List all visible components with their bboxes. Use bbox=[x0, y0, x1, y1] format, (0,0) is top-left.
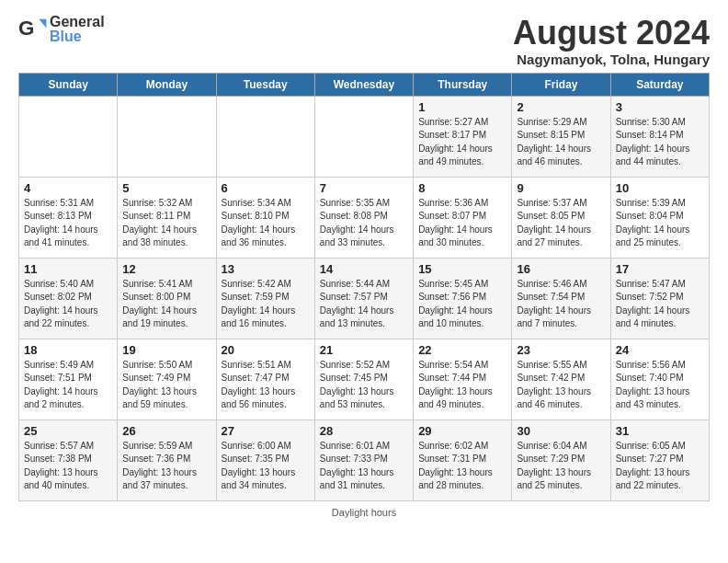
day-number: 25 bbox=[24, 424, 112, 438]
calendar-cell: 8Sunrise: 5:36 AM Sunset: 8:07 PM Daylig… bbox=[414, 177, 512, 258]
day-number: 18 bbox=[24, 343, 112, 357]
title-area: August 2024 Nagymanyok, Tolna, Hungary bbox=[513, 15, 710, 67]
day-info: Sunrise: 5:55 AM Sunset: 7:42 PM Dayligh… bbox=[517, 359, 605, 412]
calendar-cell: 31Sunrise: 6:05 AM Sunset: 7:27 PM Dayli… bbox=[610, 419, 709, 500]
page-header: G General Blue August 2024 Nagymanyok, T… bbox=[18, 15, 710, 67]
day-info: Sunrise: 6:01 AM Sunset: 7:33 PM Dayligh… bbox=[320, 440, 408, 493]
calendar-cell: 13Sunrise: 5:42 AM Sunset: 7:59 PM Dayli… bbox=[216, 258, 314, 339]
calendar-cell: 20Sunrise: 5:51 AM Sunset: 7:47 PM Dayli… bbox=[216, 339, 314, 419]
calendar-cell: 6Sunrise: 5:34 AM Sunset: 8:10 PM Daylig… bbox=[216, 177, 314, 258]
calendar-cell: 3Sunrise: 5:30 AM Sunset: 8:14 PM Daylig… bbox=[610, 96, 709, 177]
day-info: Sunrise: 5:54 AM Sunset: 7:44 PM Dayligh… bbox=[418, 359, 506, 412]
day-info: Sunrise: 6:02 AM Sunset: 7:31 PM Dayligh… bbox=[418, 440, 506, 493]
calendar-table: SundayMondayTuesdayWednesdayThursdayFrid… bbox=[18, 73, 710, 501]
calendar-cell: 19Sunrise: 5:50 AM Sunset: 7:49 PM Dayli… bbox=[118, 339, 216, 419]
calendar-cell: 7Sunrise: 5:35 AM Sunset: 8:08 PM Daylig… bbox=[314, 177, 413, 258]
day-info: Sunrise: 5:35 AM Sunset: 8:08 PM Dayligh… bbox=[320, 197, 408, 250]
calendar-cell: 25Sunrise: 5:57 AM Sunset: 7:38 PM Dayli… bbox=[19, 419, 118, 500]
day-number: 8 bbox=[418, 181, 506, 195]
calendar-cell: 21Sunrise: 5:52 AM Sunset: 7:45 PM Dayli… bbox=[314, 339, 413, 419]
day-number: 19 bbox=[122, 343, 210, 357]
day-number: 4 bbox=[24, 181, 112, 195]
calendar-cell: 5Sunrise: 5:32 AM Sunset: 8:11 PM Daylig… bbox=[118, 177, 216, 258]
day-number: 3 bbox=[616, 100, 704, 114]
day-number: 12 bbox=[122, 262, 210, 276]
day-number: 9 bbox=[517, 181, 605, 195]
calendar-cell: 28Sunrise: 6:01 AM Sunset: 7:33 PM Dayli… bbox=[314, 419, 413, 500]
day-info: Sunrise: 5:44 AM Sunset: 7:57 PM Dayligh… bbox=[320, 278, 408, 331]
day-info: Sunrise: 5:57 AM Sunset: 7:38 PM Dayligh… bbox=[24, 440, 112, 493]
day-info: Sunrise: 5:31 AM Sunset: 8:13 PM Dayligh… bbox=[24, 197, 112, 250]
day-info: Sunrise: 5:36 AM Sunset: 8:07 PM Dayligh… bbox=[418, 197, 506, 250]
day-number: 6 bbox=[222, 181, 310, 195]
day-number: 31 bbox=[616, 424, 704, 438]
day-info: Sunrise: 6:04 AM Sunset: 7:29 PM Dayligh… bbox=[517, 440, 605, 493]
logo-icon: G bbox=[18, 15, 48, 44]
day-number: 15 bbox=[418, 262, 506, 276]
calendar-cell bbox=[314, 96, 413, 177]
calendar-cell: 4Sunrise: 5:31 AM Sunset: 8:13 PM Daylig… bbox=[19, 177, 118, 258]
day-of-week-wednesday: Wednesday bbox=[314, 73, 413, 96]
day-info: Sunrise: 5:39 AM Sunset: 8:04 PM Dayligh… bbox=[616, 197, 704, 250]
calendar-week-row: 11Sunrise: 5:40 AM Sunset: 8:02 PM Dayli… bbox=[19, 258, 710, 339]
logo-general-text: General bbox=[50, 15, 105, 29]
calendar-cell: 16Sunrise: 5:46 AM Sunset: 7:54 PM Dayli… bbox=[512, 258, 610, 339]
day-number: 26 bbox=[122, 424, 210, 438]
day-number: 23 bbox=[517, 343, 605, 357]
day-number: 27 bbox=[222, 424, 310, 438]
calendar-cell bbox=[216, 96, 314, 177]
calendar-header-row: SundayMondayTuesdayWednesdayThursdayFrid… bbox=[19, 73, 710, 96]
day-info: Sunrise: 5:47 AM Sunset: 7:52 PM Dayligh… bbox=[616, 278, 704, 331]
day-of-week-sunday: Sunday bbox=[19, 73, 118, 96]
calendar-cell: 30Sunrise: 6:04 AM Sunset: 7:29 PM Dayli… bbox=[512, 419, 610, 500]
day-info: Sunrise: 5:42 AM Sunset: 7:59 PM Dayligh… bbox=[222, 278, 310, 331]
calendar-week-row: 1Sunrise: 5:27 AM Sunset: 8:17 PM Daylig… bbox=[19, 96, 710, 177]
day-info: Sunrise: 5:40 AM Sunset: 8:02 PM Dayligh… bbox=[24, 278, 112, 331]
day-number: 30 bbox=[517, 424, 605, 438]
calendar-cell: 22Sunrise: 5:54 AM Sunset: 7:44 PM Dayli… bbox=[414, 339, 512, 419]
day-number: 13 bbox=[222, 262, 310, 276]
calendar-cell bbox=[19, 96, 118, 177]
calendar-cell: 17Sunrise: 5:47 AM Sunset: 7:52 PM Dayli… bbox=[610, 258, 709, 339]
day-info: Sunrise: 5:29 AM Sunset: 8:15 PM Dayligh… bbox=[517, 116, 605, 169]
day-number: 11 bbox=[24, 262, 112, 276]
day-number: 16 bbox=[517, 262, 605, 276]
calendar-cell: 29Sunrise: 6:02 AM Sunset: 7:31 PM Dayli… bbox=[414, 419, 512, 500]
calendar-cell: 23Sunrise: 5:55 AM Sunset: 7:42 PM Dayli… bbox=[512, 339, 610, 419]
day-info: Sunrise: 5:51 AM Sunset: 7:47 PM Dayligh… bbox=[222, 359, 310, 412]
footer-note: Daylight hours bbox=[18, 507, 710, 518]
day-number: 14 bbox=[320, 262, 408, 276]
day-info: Sunrise: 5:37 AM Sunset: 8:05 PM Dayligh… bbox=[517, 197, 605, 250]
day-info: Sunrise: 5:46 AM Sunset: 7:54 PM Dayligh… bbox=[517, 278, 605, 331]
calendar-week-row: 4Sunrise: 5:31 AM Sunset: 8:13 PM Daylig… bbox=[19, 177, 710, 258]
calendar-cell bbox=[118, 96, 216, 177]
calendar-week-row: 25Sunrise: 5:57 AM Sunset: 7:38 PM Dayli… bbox=[19, 419, 710, 500]
calendar-week-row: 18Sunrise: 5:49 AM Sunset: 7:51 PM Dayli… bbox=[19, 339, 710, 419]
calendar-cell: 14Sunrise: 5:44 AM Sunset: 7:57 PM Dayli… bbox=[314, 258, 413, 339]
day-info: Sunrise: 5:56 AM Sunset: 7:40 PM Dayligh… bbox=[616, 359, 704, 412]
day-number: 29 bbox=[418, 424, 506, 438]
day-info: Sunrise: 5:30 AM Sunset: 8:14 PM Dayligh… bbox=[616, 116, 704, 169]
day-number: 10 bbox=[616, 181, 704, 195]
calendar-cell: 11Sunrise: 5:40 AM Sunset: 8:02 PM Dayli… bbox=[19, 258, 118, 339]
day-number: 22 bbox=[418, 343, 506, 357]
logo-blue-text: Blue bbox=[50, 29, 105, 44]
calendar-cell: 26Sunrise: 5:59 AM Sunset: 7:36 PM Dayli… bbox=[118, 419, 216, 500]
day-info: Sunrise: 6:00 AM Sunset: 7:35 PM Dayligh… bbox=[222, 440, 310, 493]
day-info: Sunrise: 5:41 AM Sunset: 8:00 PM Dayligh… bbox=[122, 278, 210, 331]
day-info: Sunrise: 6:05 AM Sunset: 7:27 PM Dayligh… bbox=[616, 440, 704, 493]
day-info: Sunrise: 5:27 AM Sunset: 8:17 PM Dayligh… bbox=[418, 116, 506, 169]
day-info: Sunrise: 5:32 AM Sunset: 8:11 PM Dayligh… bbox=[122, 197, 210, 250]
logo: G General Blue bbox=[18, 15, 105, 44]
day-number: 21 bbox=[320, 343, 408, 357]
day-number: 20 bbox=[222, 343, 310, 357]
month-title: August 2024 bbox=[513, 15, 710, 52]
calendar-cell: 27Sunrise: 6:00 AM Sunset: 7:35 PM Dayli… bbox=[216, 419, 314, 500]
svg-marker-1 bbox=[39, 19, 46, 29]
calendar-cell: 12Sunrise: 5:41 AM Sunset: 8:00 PM Dayli… bbox=[118, 258, 216, 339]
day-number: 2 bbox=[517, 100, 605, 114]
day-info: Sunrise: 5:45 AM Sunset: 7:56 PM Dayligh… bbox=[418, 278, 506, 331]
day-info: Sunrise: 5:50 AM Sunset: 7:49 PM Dayligh… bbox=[122, 359, 210, 412]
day-of-week-thursday: Thursday bbox=[414, 73, 512, 96]
svg-text:G: G bbox=[18, 17, 34, 40]
